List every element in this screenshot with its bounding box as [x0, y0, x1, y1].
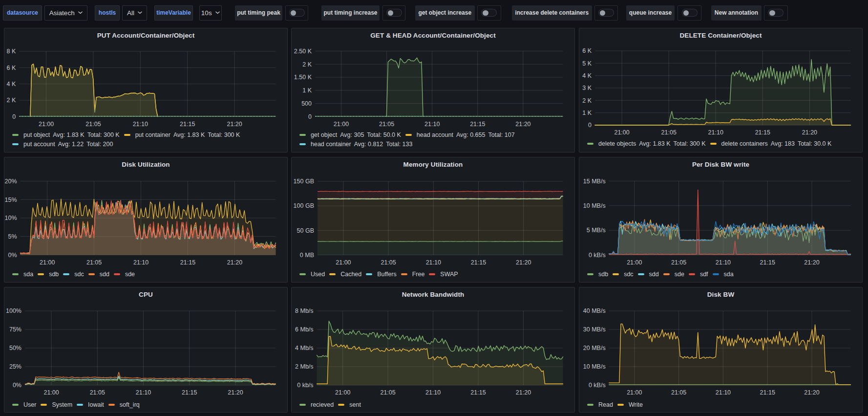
svg-text:2 K: 2 K	[582, 97, 592, 104]
svg-text:21:00: 21:00	[627, 389, 642, 396]
svg-text:6 K: 6 K	[582, 47, 592, 54]
svg-text:21:00: 21:00	[334, 121, 349, 128]
svg-text:1 K: 1 K	[302, 87, 312, 94]
svg-text:10%: 10%	[5, 215, 17, 221]
svg-text:75%: 75%	[9, 326, 21, 333]
svg-text:0: 0	[588, 122, 592, 129]
svg-text:4 Mb/s: 4 Mb/s	[295, 345, 314, 351]
svg-text:21:20: 21:20	[515, 121, 530, 128]
svg-text:20%: 20%	[5, 178, 17, 185]
svg-text:3 K: 3 K	[582, 85, 592, 91]
svg-text:21:20: 21:20	[804, 389, 819, 396]
svg-text:21:10: 21:10	[426, 259, 441, 266]
svg-text:0%: 0%	[13, 382, 21, 389]
svg-text:5 MB/s: 5 MB/s	[587, 227, 606, 234]
svg-text:0 kB/s: 0 kB/s	[589, 252, 606, 259]
svg-text:21:00: 21:00	[39, 121, 54, 128]
svg-text:21:20: 21:20	[516, 389, 531, 396]
svg-text:21:10: 21:10	[133, 259, 148, 266]
svg-text:2 K: 2 K	[302, 61, 312, 68]
svg-text:21:05: 21:05	[379, 121, 394, 128]
svg-text:4 K: 4 K	[582, 72, 592, 79]
svg-text:15%: 15%	[5, 197, 17, 203]
svg-text:10 MB/s: 10 MB/s	[583, 202, 606, 209]
svg-text:5 K: 5 K	[582, 60, 592, 67]
svg-text:21:15: 21:15	[182, 389, 197, 396]
svg-text:21:10: 21:10	[136, 389, 151, 396]
svg-text:21:00: 21:00	[40, 259, 55, 266]
svg-text:500: 500	[301, 100, 312, 107]
svg-text:0: 0	[12, 113, 16, 120]
svg-text:50 GB: 50 GB	[297, 227, 314, 234]
svg-text:21:20: 21:20	[516, 259, 531, 266]
svg-text:6 K: 6 K	[7, 65, 16, 71]
svg-text:100%: 100%	[6, 307, 21, 314]
svg-text:21:20: 21:20	[228, 389, 243, 396]
svg-text:1.50 K: 1.50 K	[294, 74, 312, 81]
svg-text:8 Mb/s: 8 Mb/s	[295, 307, 314, 314]
svg-text:21:10: 21:10	[133, 121, 148, 128]
svg-text:21:15: 21:15	[180, 121, 195, 128]
svg-text:21:15: 21:15	[470, 389, 486, 396]
svg-text:0 kb/s: 0 kb/s	[297, 382, 313, 389]
svg-text:21:00: 21:00	[335, 389, 350, 396]
svg-text:21:15: 21:15	[755, 129, 770, 136]
svg-text:21:05: 21:05	[86, 259, 102, 266]
svg-text:10 MB/s: 10 MB/s	[583, 363, 606, 370]
svg-text:21:00: 21:00	[627, 259, 642, 266]
svg-text:21:10: 21:10	[708, 129, 723, 136]
svg-text:21:05: 21:05	[671, 259, 686, 266]
svg-text:4 K: 4 K	[7, 81, 16, 88]
svg-text:25%: 25%	[9, 363, 21, 370]
svg-text:21:20: 21:20	[227, 259, 242, 266]
svg-text:21:00: 21:00	[614, 129, 629, 136]
svg-text:150 GB: 150 GB	[294, 178, 314, 185]
svg-text:21:05: 21:05	[85, 121, 101, 128]
svg-text:15 MB/s: 15 MB/s	[583, 178, 606, 185]
svg-text:100 GB: 100 GB	[294, 202, 314, 209]
svg-text:21:10: 21:10	[716, 389, 731, 396]
svg-text:2 Mb/s: 2 Mb/s	[295, 363, 314, 370]
svg-text:21:15: 21:15	[470, 121, 485, 128]
svg-text:21:05: 21:05	[380, 389, 395, 396]
svg-text:21:10: 21:10	[425, 389, 441, 396]
svg-text:0 kB/s: 0 kB/s	[589, 382, 606, 389]
svg-text:2.50 K: 2.50 K	[294, 48, 312, 55]
svg-text:50%: 50%	[9, 345, 21, 351]
svg-text:21:00: 21:00	[336, 259, 351, 266]
svg-text:21:20: 21:20	[802, 129, 817, 136]
svg-text:1 K: 1 K	[582, 109, 592, 116]
svg-text:21:20: 21:20	[804, 259, 819, 266]
svg-text:21:15: 21:15	[471, 259, 486, 266]
svg-text:0: 0	[308, 113, 312, 120]
svg-text:2 K: 2 K	[7, 97, 16, 104]
svg-text:30 MB/s: 30 MB/s	[583, 326, 606, 333]
svg-text:6 Mb/s: 6 Mb/s	[295, 326, 314, 333]
svg-text:21:15: 21:15	[760, 389, 775, 396]
svg-text:21:05: 21:05	[671, 389, 686, 396]
svg-text:21:05: 21:05	[381, 259, 396, 266]
svg-text:21:20: 21:20	[227, 121, 242, 128]
svg-text:0 MB: 0 MB	[300, 252, 314, 259]
svg-text:21:00: 21:00	[43, 389, 59, 396]
svg-text:21:15: 21:15	[760, 259, 775, 266]
svg-text:8 K: 8 K	[7, 48, 16, 55]
svg-text:21:15: 21:15	[180, 259, 195, 266]
svg-text:21:10: 21:10	[424, 121, 440, 128]
svg-text:0%: 0%	[8, 252, 17, 259]
svg-text:40 MB/s: 40 MB/s	[583, 307, 606, 314]
svg-text:21:05: 21:05	[661, 129, 677, 136]
svg-text:21:10: 21:10	[716, 259, 731, 266]
svg-text:20 MB/s: 20 MB/s	[583, 345, 606, 351]
svg-text:5%: 5%	[8, 233, 17, 240]
svg-text:21:05: 21:05	[90, 389, 105, 396]
